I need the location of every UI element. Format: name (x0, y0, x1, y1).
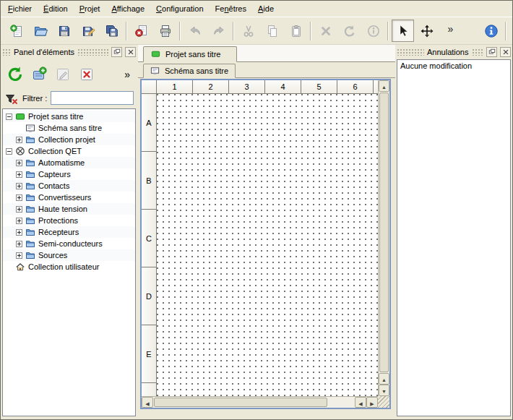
scroll-left-button[interactable]: ◀ (142, 397, 153, 408)
redo-button[interactable] (207, 20, 230, 42)
save-all-button[interactable] (100, 20, 123, 42)
about-qet-button[interactable] (480, 20, 502, 42)
new-element-button[interactable] (28, 64, 50, 85)
scroll-up-button-alt[interactable]: ▲ (379, 373, 389, 385)
expander-plus-icon[interactable] (16, 194, 22, 201)
copy-button[interactable] (261, 20, 283, 42)
tree-item-label: Automatisme (38, 158, 85, 167)
resize-grip[interactable] (378, 396, 389, 408)
vertical-scroll-thumb[interactable] (379, 93, 389, 372)
tree-item-label: Convertisseurs (38, 193, 91, 202)
clear-filter-button[interactable] (4, 91, 19, 106)
cut-button[interactable] (237, 20, 259, 42)
expander-plus-icon[interactable] (16, 241, 22, 247)
menu-item-6[interactable]: Aide (252, 2, 280, 15)
reload-collections-button[interactable] (4, 64, 26, 85)
horizontal-scrollbar[interactable]: ◀ ◀ ▶ (142, 396, 378, 408)
tree-item[interactable]: Protections (3, 215, 135, 226)
tree-item-label: Contacts (38, 181, 69, 190)
undo-panel-close-button[interactable] (500, 47, 511, 57)
expander-minus-icon[interactable] (6, 148, 12, 155)
expander-plus-icon[interactable] (16, 137, 22, 143)
tree-item[interactable]: Semi-conducteurs (3, 238, 135, 249)
elements-panel-close-button[interactable] (125, 47, 136, 57)
menu-item-2[interactable]: Projet (74, 2, 106, 15)
vertical-scrollbar[interactable]: ▲ ▲ ▼ (378, 80, 389, 396)
paste-button[interactable] (285, 20, 307, 42)
expander-plus-icon[interactable] (16, 229, 22, 236)
dock-grip[interactable] (472, 48, 484, 56)
expander-plus-icon[interactable] (16, 171, 22, 178)
folder-icon (25, 192, 35, 202)
open-project-button[interactable] (29, 20, 51, 42)
menu-item-3[interactable]: Affichage (105, 2, 150, 15)
tree-item[interactable]: Schéma sans titre (3, 122, 135, 134)
dock-grip[interactable] (77, 48, 108, 56)
menu-item-1[interactable]: Édition (38, 2, 74, 15)
clear-filter-icon (4, 91, 19, 106)
save-button[interactable] (53, 20, 75, 42)
tree-item[interactable]: Convertisseurs (3, 192, 135, 203)
expander-plus-icon[interactable] (16, 218, 22, 224)
column-header: 6 (337, 80, 374, 93)
schema-canvas[interactable] (157, 94, 378, 396)
elements-panel-float-button[interactable] (111, 47, 122, 57)
menu-item-0[interactable]: Fichier (2, 2, 38, 15)
tree-item[interactable]: Automatisme (3, 157, 135, 168)
tab-project[interactable]: Projet sans titre (143, 46, 237, 62)
schema-viewport: 123456 ABCDE (142, 80, 378, 396)
print-button[interactable] (154, 20, 176, 42)
panel-overflow-button[interactable]: » (124, 69, 134, 80)
expander-minus-icon[interactable] (6, 113, 12, 120)
close-file-icon (134, 24, 149, 38)
filter-input[interactable] (51, 91, 134, 105)
tree-item[interactable]: Collection projet (3, 134, 135, 145)
delete-button[interactable] (314, 20, 337, 42)
column-header: 5 (301, 80, 337, 93)
dock-grip[interactable] (397, 48, 424, 56)
tree-item[interactable]: Haute tension (3, 203, 135, 215)
menu-item-4[interactable]: Configuration (150, 2, 209, 15)
schema-icon (150, 66, 160, 76)
tree-item[interactable]: Capteurs (3, 168, 135, 180)
tree-item[interactable]: Collection utilisateur (3, 261, 135, 273)
scroll-left-button-alt[interactable]: ◀ (355, 397, 366, 408)
scroll-up-button[interactable]: ▲ (379, 80, 389, 92)
elements-panel-titlebar[interactable]: Panel d'éléments (2, 46, 136, 58)
horizontal-scroll-track[interactable] (153, 397, 355, 408)
scroll-down-button[interactable]: ▼ (379, 385, 389, 396)
scroll-right-button[interactable]: ▶ (366, 397, 378, 408)
tree-item[interactable]: Contacts (3, 180, 135, 192)
folder-icon (25, 239, 35, 249)
dock-grip[interactable] (2, 48, 11, 56)
delete-element-button[interactable] (76, 64, 98, 85)
pan-mode-button[interactable] (415, 20, 438, 42)
menu-item-5[interactable]: Fenêtres (210, 2, 252, 15)
undo-list[interactable]: Aucune modification (397, 59, 511, 416)
tree-item[interactable]: Projet sans titre (3, 111, 135, 122)
save-as-button[interactable] (77, 20, 99, 42)
close-file-button[interactable] (130, 20, 152, 42)
undo-button[interactable] (184, 20, 206, 42)
tab-schema[interactable]: Schéma sans titre (143, 64, 236, 78)
select-mode-button[interactable] (392, 20, 414, 42)
toolbar-separator (387, 22, 389, 40)
expander-plus-icon[interactable] (16, 160, 22, 166)
new-project-button[interactable] (5, 20, 27, 42)
tree-item[interactable]: Récepteurs (3, 226, 135, 238)
tree-item[interactable]: Sources (3, 249, 135, 261)
expander-plus-icon[interactable] (16, 252, 22, 259)
project-icon (151, 49, 161, 59)
undo-panel-float-button[interactable] (486, 47, 497, 57)
row-header: C (142, 210, 156, 267)
horizontal-scroll-thumb[interactable] (154, 398, 327, 407)
vertical-scroll-track[interactable] (379, 92, 389, 373)
properties-button[interactable] (362, 20, 384, 42)
expander-plus-icon[interactable] (16, 206, 22, 213)
toolbar-overflow-button[interactable]: » (439, 20, 462, 42)
edit-element-button[interactable] (52, 64, 74, 85)
rotate-button[interactable] (338, 20, 361, 42)
undo-panel-titlebar[interactable]: Annulations (397, 46, 511, 58)
tree-item[interactable]: Collection QET (3, 145, 135, 157)
expander-plus-icon[interactable] (16, 183, 22, 189)
